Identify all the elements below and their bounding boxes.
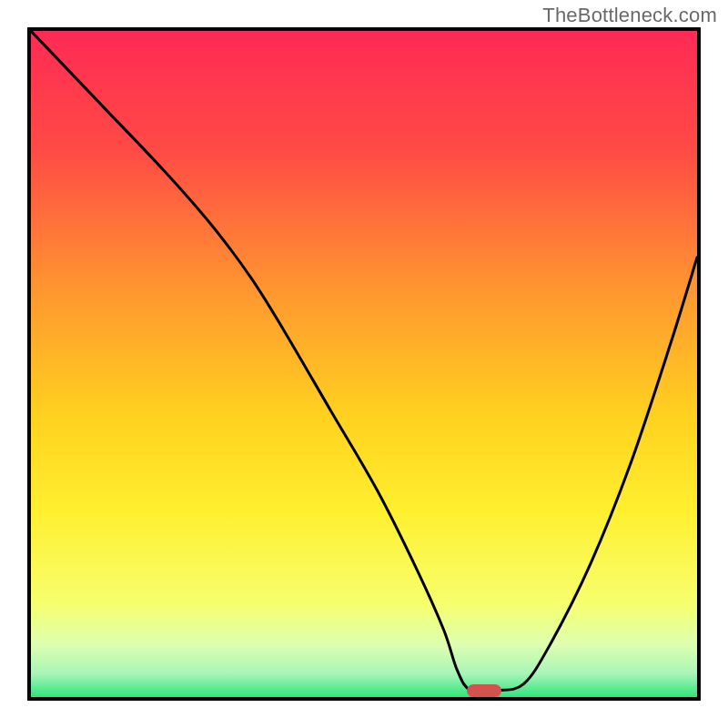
plot-frame (27, 27, 701, 701)
optimal-point-marker (467, 684, 501, 697)
plot-area (31, 31, 697, 697)
bottleneck-curve (31, 31, 697, 697)
watermark-text: TheBottleneck.com (542, 4, 717, 27)
bottleneck-curve-path (31, 31, 697, 693)
